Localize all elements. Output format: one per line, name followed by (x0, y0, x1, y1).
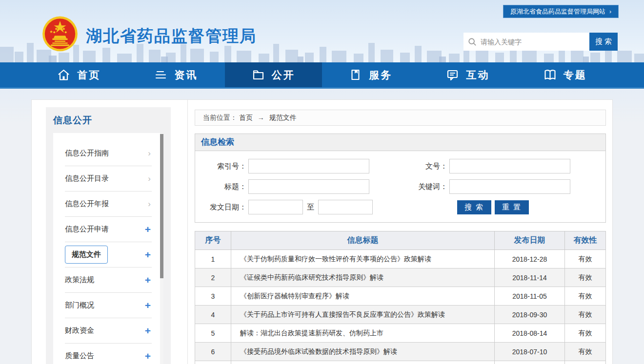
title-field[interactable] (248, 179, 369, 194)
nav-item-news[interactable]: 资讯 (127, 62, 224, 87)
search-input[interactable] (481, 38, 585, 46)
expand-plus-icon[interactable]: + (145, 300, 151, 311)
form-reset-button[interactable]: 重 置 (495, 200, 529, 214)
document-title-link[interactable]: 解读：湖北出台政策提速新药研发、仿制药上市 (231, 324, 495, 343)
expand-plus-icon[interactable]: + (145, 249, 151, 261)
table-row: 1《关于仿制药质量和疗效一致性评价有关事项的公告》政策解读2018-12-28有… (195, 250, 606, 268)
chevron-right-icon[interactable]: › (148, 199, 151, 209)
publish-date: 2018-11-05 (495, 287, 565, 306)
breadcrumb-arrow-icon: → (258, 114, 264, 121)
services-icon (349, 68, 362, 81)
publish-date: 2018-12-28 (495, 250, 565, 268)
sidebar-item-norm-docs[interactable]: 规范文件+ (53, 242, 163, 267)
expand-plus-icon[interactable]: + (145, 224, 151, 235)
document-title-link[interactable]: 《关于药品上市许可持有人直接报告不良反应事宜的公告》政策解读 (231, 306, 495, 324)
sidebar-title: 信息公开 (53, 114, 171, 127)
nav-item-home[interactable]: 首页 (30, 62, 127, 87)
topics-icon (543, 68, 557, 81)
nav-item-label: 公开 (272, 68, 295, 82)
chevron-right-icon[interactable]: › (148, 174, 151, 184)
sidebar-menu: 信息公开指南›信息公开目录›信息公开年报›信息公开申请+规范文件+政策法规+部门… (53, 133, 163, 364)
nav-item-label: 服务 (369, 68, 392, 82)
date-to-field[interactable] (318, 200, 373, 214)
row-number: 4 (195, 306, 231, 324)
interact-icon (446, 68, 459, 81)
search-field[interactable] (463, 33, 589, 51)
table-column-header: 有效性 (565, 231, 606, 250)
sidebar-item-label: 部门概况 (65, 301, 94, 310)
issue-date-label: 发文日期： (195, 203, 246, 212)
info-search-title: 信息检索 (195, 134, 606, 151)
table-header-row: 序号信息标题发布日期有效性 (195, 231, 606, 250)
content-card: 信息公开 信息公开指南›信息公开目录›信息公开年报›信息公开申请+规范文件+政策… (31, 99, 613, 364)
nav-item-interact[interactable]: 互动 (419, 62, 516, 87)
nav-item-label: 专题 (564, 68, 587, 82)
date-from-field[interactable] (248, 200, 303, 214)
sidebar-item-label: 信息公开目录 (65, 174, 109, 183)
nav-item-public[interactable]: 公开 (225, 62, 322, 87)
table-column-header: 信息标题 (231, 231, 495, 250)
nav-item-services[interactable]: 服务 (322, 62, 419, 87)
info-search-form: 索引号： 文号： 标题： 关键词： 发文日期： 至 (195, 151, 606, 223)
keywords-field[interactable] (449, 179, 570, 194)
doc-no-label: 文号： (369, 162, 447, 171)
breadcrumb-home-link[interactable]: 首页 (239, 114, 253, 121)
breadcrumb: 当前位置： 首页 → 规范文件 (195, 110, 606, 126)
chevron-right-icon[interactable]: › (148, 149, 151, 158)
national-emblem-logo (41, 15, 79, 55)
news-icon (154, 68, 167, 81)
row-number: 5 (195, 324, 231, 343)
sidebar-item-info-apply[interactable]: 信息公开申请+ (53, 217, 163, 242)
table-row (195, 361, 606, 364)
doc-no-field[interactable] (449, 159, 570, 173)
table-row: 3《创新医疗器械特别审查程序》解读2018-11-05有效 (195, 287, 606, 306)
top-search: 搜 索 (463, 33, 618, 51)
expand-plus-icon[interactable]: + (145, 274, 151, 286)
search-button[interactable]: 搜 索 (589, 33, 618, 51)
site-header: 湖北省药品监督管理局 原湖北省食品药品监督管理局网站› 搜 索 (0, 0, 644, 62)
sidebar-item-label: 政策法规 (65, 275, 94, 285)
info-search-section: 信息检索 索引号： 文号： 标题： 关键词： 发 (195, 134, 606, 223)
document-title-link[interactable]: 《接受药品境外临床试验数据的技术指导原则》解读 (231, 343, 495, 361)
row-number: 1 (195, 250, 231, 268)
table-row: 5解读：湖北出台政策提速新药研发、仿制药上市2018-08-14有效 (195, 324, 606, 343)
nav-item-label: 互动 (466, 68, 489, 82)
sidebar-item-label: 信息公开指南 (65, 149, 109, 158)
nav-item-topics[interactable]: 专题 (517, 62, 614, 87)
row-number: 3 (195, 287, 231, 306)
sidebar-item-label: 规范文件 (65, 246, 108, 264)
table-row: 4《关于药品上市许可持有人直接报告不良反应事宜的公告》政策解读2018-09-3… (195, 306, 606, 324)
sidebar-item-info-guide[interactable]: 信息公开指南› (53, 141, 163, 166)
breadcrumb-prefix: 当前位置： (203, 114, 237, 121)
old-site-link[interactable]: 原湖北省食品药品监督管理局网站› (503, 5, 619, 18)
main-area: 当前位置： 首页 → 规范文件 信息检索 索引号： 文号： 标题： (188, 100, 612, 364)
expand-plus-icon[interactable]: + (145, 325, 151, 337)
publish-date: 2018-08-14 (495, 324, 565, 343)
index-no-field[interactable] (248, 159, 369, 173)
nav-item-label: 资讯 (174, 68, 198, 82)
expand-plus-icon[interactable]: + (145, 350, 151, 362)
sidebar-item-label: 质量公告 (65, 351, 94, 361)
sidebar-item-policy-law[interactable]: 政策法规+ (53, 268, 163, 292)
site-title: 湖北省药品监督管理局 (86, 25, 257, 47)
sidebar-item-dept-overview[interactable]: 部门概况+ (53, 293, 163, 318)
folder-icon (252, 68, 265, 81)
sidebar-item-label: 财政资金 (65, 326, 94, 335)
home-icon (57, 68, 70, 81)
table-row: 2《证候类中药新药临床研究技术指导原则》解读2018-11-14有效 (195, 268, 606, 287)
title-label: 标题： (195, 182, 246, 192)
date-to-label: 至 (307, 203, 314, 212)
document-title-link[interactable]: 《关于仿制药质量和疗效一致性评价有关事项的公告》政策解读 (231, 250, 495, 268)
document-title-link[interactable]: 《创新医疗器械特别审查程序》解读 (231, 287, 495, 306)
validity-status: 有效 (565, 268, 606, 287)
sidebar: 信息公开 信息公开指南›信息公开目录›信息公开年报›信息公开申请+规范文件+政策… (32, 100, 188, 364)
document-title-link[interactable]: 《证候类中药新药临床研究技术指导原则》解读 (231, 268, 495, 287)
sidebar-item-info-catalog[interactable]: 信息公开目录› (53, 166, 163, 191)
sidebar-item-quality-notice[interactable]: 质量公告+ (53, 344, 163, 364)
validity-status: 有效 (565, 324, 606, 343)
page-content: 信息公开 信息公开指南›信息公开目录›信息公开年报›信息公开申请+规范文件+政策… (0, 89, 644, 363)
sidebar-item-fiscal-funds[interactable]: 财政资金+ (53, 318, 163, 343)
sidebar-item-info-annual[interactable]: 信息公开年报› (53, 192, 163, 216)
table-column-header: 序号 (195, 231, 231, 250)
form-search-button[interactable]: 搜 索 (457, 200, 491, 214)
